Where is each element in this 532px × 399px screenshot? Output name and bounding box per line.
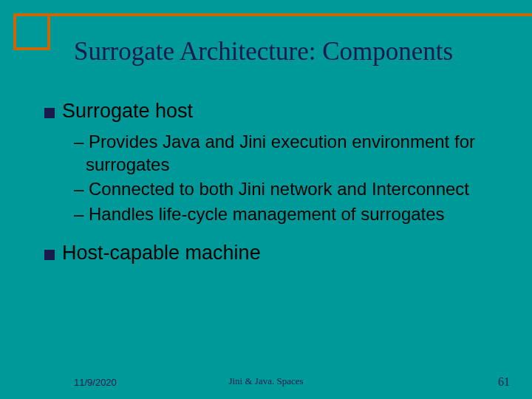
sub-bullet: – Provides Java and Jini execution envir… <box>74 130 502 176</box>
bullet-text: Surrogate host <box>62 100 193 122</box>
footer-center: Jini & Java. Spaces <box>228 375 303 387</box>
square-bullet-icon <box>44 250 55 260</box>
bullet-text: Host-capable machine <box>62 242 261 264</box>
bullet-item: Host-capable machine <box>44 242 502 265</box>
sub-bullet: – Connected to both Jini network and Int… <box>74 177 502 200</box>
sub-bullet: – Handles life-cycle management of surro… <box>74 202 502 225</box>
slide-title: Surrogate Architecture: Components <box>74 37 517 66</box>
bullet-item: Surrogate host <box>44 100 502 123</box>
slide-footer: 11/9/2020 Jini & Java. Spaces 61 <box>0 375 532 389</box>
title-decoration <box>13 13 50 50</box>
footer-date: 11/9/2020 <box>74 377 117 388</box>
footer-page-number: 61 <box>498 375 510 389</box>
sub-list: – Provides Java and Jini execution envir… <box>74 130 502 225</box>
slide-body: Surrogate host – Provides Java and Jini … <box>44 100 502 272</box>
square-bullet-icon <box>44 108 55 118</box>
